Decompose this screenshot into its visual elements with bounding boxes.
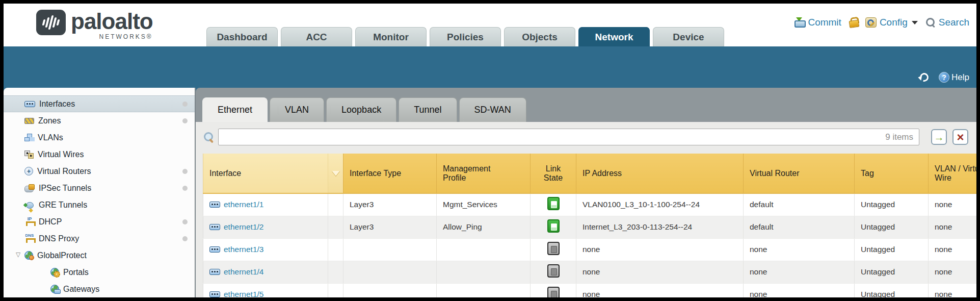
link-state-cell	[531, 261, 576, 283]
interface-type-cell: Layer3	[343, 193, 437, 216]
interface-link[interactable]: ethernet1/4	[224, 267, 263, 277]
tab-ethernet[interactable]: Ethernet	[202, 97, 268, 122]
interface-link[interactable]: ethernet1/5	[224, 290, 263, 297]
sort-cell	[328, 216, 343, 238]
tab-tunnel[interactable]: Tunnel	[399, 97, 457, 122]
main-nav-tabs: DashboardACCMonitorPoliciesObjectsNetwor…	[206, 27, 724, 46]
column-header-label: Tag	[861, 169, 874, 178]
link-state-down-icon	[547, 287, 560, 297]
sidebar-nav: InterfacesZonesVLANsVirtual WiresVirtual…	[4, 88, 196, 297]
column-header-label: Interface	[209, 169, 241, 178]
column-header-label: Virtual Router	[750, 169, 800, 178]
sidebar-item-dhcp[interactable]: DHCP	[4, 213, 195, 230]
nav-tab-objects[interactable]: Objects	[504, 27, 575, 46]
virtual-router-cell: none	[744, 261, 855, 283]
refresh-icon[interactable]	[918, 71, 930, 83]
filter-input[interactable]	[218, 129, 919, 145]
tag-cell: Untagged	[855, 261, 929, 283]
sidebar-item-label: IPSec Tunnels	[39, 184, 91, 193]
interface-type-cell	[343, 238, 437, 261]
sidebar-item-interfaces[interactable]: Interfaces	[4, 95, 195, 112]
nav-tab-policies[interactable]: Policies	[430, 27, 501, 46]
nav-tab-device[interactable]: Device	[653, 27, 724, 46]
config-menu-button[interactable]: Config	[865, 17, 918, 28]
interface-icon	[209, 291, 220, 297]
tab-vlan[interactable]: VLAN	[270, 97, 324, 122]
search-button[interactable]: Search	[925, 17, 969, 28]
table-row: ethernet1/4nonenoneUntaggednone	[203, 261, 977, 283]
interfaces-table: InterfaceInterface TypeManagement Profil…	[203, 154, 976, 297]
sidebar-item-virtual-wires[interactable]: Virtual Wires	[4, 146, 195, 163]
sidebar-item-gateways[interactable]: Gateways	[4, 281, 195, 297]
item-dot	[182, 236, 188, 241]
tag-cell: Untagged	[855, 283, 929, 297]
column-header-label: Management Profile	[443, 164, 498, 183]
column-header-virtual-router[interactable]: Virtual Router	[744, 154, 855, 193]
vlan-virtual-wire-cell: none	[929, 261, 977, 283]
virtual-router-cell: none	[744, 238, 855, 261]
clear-filter-button[interactable]: ×	[952, 129, 968, 145]
vlans-icon	[24, 134, 34, 142]
tab-loopback[interactable]: Loopback	[326, 97, 396, 122]
expand-triangle-icon[interactable]: ▽	[16, 252, 20, 258]
column-header-management-profile[interactable]: Management Profile	[437, 154, 531, 193]
dhcp-icon	[24, 217, 35, 226]
nav-tab-monitor[interactable]: Monitor	[355, 27, 427, 46]
sidebar-item-gre-tunnels[interactable]: GRE Tunnels	[4, 196, 195, 213]
vlan-virtual-wire-cell: none	[929, 238, 977, 261]
nav-tab-network[interactable]: Network	[578, 27, 650, 46]
filter-search-icon[interactable]	[203, 132, 215, 143]
interface-cell: ethernet1/5	[203, 283, 328, 297]
gre-tunnels-icon	[24, 202, 35, 209]
link-state-cell	[531, 216, 576, 238]
interface-icon	[209, 269, 220, 275]
sidebar-item-virtual-routers[interactable]: Virtual Routers	[4, 163, 195, 180]
apply-filter-button[interactable]: →	[931, 129, 947, 145]
management-profile-cell	[437, 283, 531, 297]
interface-type-tabs: EthernetVLANLoopbackTunnelSD-WAN	[196, 88, 976, 122]
tag-cell: Untagged	[855, 238, 929, 261]
sidebar-item-label: GRE Tunnels	[39, 200, 87, 210]
sidebar-item-zones[interactable]: Zones	[4, 112, 195, 129]
sidebar-item-globalprotect[interactable]: ▽GlobalProtect	[4, 247, 195, 264]
ip-address-cell: VLAN0100_L3_10-1-100-254--24	[576, 193, 744, 216]
ip-address-cell: Internet_L3_203-0-113-254--24	[576, 216, 744, 238]
management-profile-cell	[437, 238, 531, 261]
table-row: ethernet1/3nonenoneUntaggednone	[203, 238, 977, 261]
interface-link[interactable]: ethernet1/2	[224, 222, 263, 232]
sort-dropdown-icon[interactable]	[332, 171, 340, 176]
nav-tab-dashboard[interactable]: Dashboard	[206, 27, 278, 46]
sidebar-item-vlans[interactable]: VLANs	[4, 129, 195, 146]
help-button[interactable]: ? Help	[939, 72, 969, 83]
column-header-ip-address[interactable]: IP Address	[576, 154, 744, 193]
sidebar-item-label: Virtual Routers	[37, 167, 91, 176]
column-header-interface-type[interactable]: Interface Type	[343, 154, 437, 193]
sidebar-item-label: VLANs	[38, 133, 63, 142]
sidebar-item-ipsec-tunnels[interactable]: IPSec Tunnels	[4, 180, 195, 196]
column-header-tag[interactable]: Tag	[855, 154, 929, 193]
sidebar-item-label: Zones	[38, 116, 61, 126]
commit-button[interactable]: Commit	[793, 17, 841, 28]
interface-cell: ethernet1/1	[203, 193, 328, 216]
interface-link[interactable]: ethernet1/3	[224, 245, 263, 254]
link-state-cell	[531, 283, 576, 297]
link-state-down-icon	[547, 264, 560, 278]
column-header-sort-cell	[328, 154, 343, 193]
help-label: Help	[951, 72, 969, 83]
sidebar-item-dns-proxy[interactable]: DNS Proxy	[4, 230, 195, 247]
tab-sd-wan[interactable]: SD-WAN	[459, 97, 526, 122]
commit-label: Commit	[808, 17, 841, 28]
column-header-vlan-virtual-wire[interactable]: VLAN / Virtual Wire	[929, 154, 977, 193]
interface-cell: ethernet1/3	[203, 238, 328, 261]
interface-icon	[209, 246, 220, 253]
nav-tab-acc[interactable]: ACC	[281, 27, 352, 46]
screenshot-frame: paloalto NETWORKS® DashboardACCMonitorPo…	[0, 0, 980, 301]
link-state-cell	[531, 193, 576, 216]
lock-icon[interactable]	[849, 17, 859, 28]
interface-link[interactable]: ethernet1/1	[224, 200, 263, 209]
sidebar-item-portals[interactable]: Portals	[4, 264, 195, 281]
column-header-interface[interactable]: Interface	[203, 154, 328, 193]
table-header-row: InterfaceInterface TypeManagement Profil…	[203, 154, 977, 193]
column-header-link-state[interactable]: Link State	[531, 154, 576, 193]
help-icon: ?	[939, 72, 949, 83]
